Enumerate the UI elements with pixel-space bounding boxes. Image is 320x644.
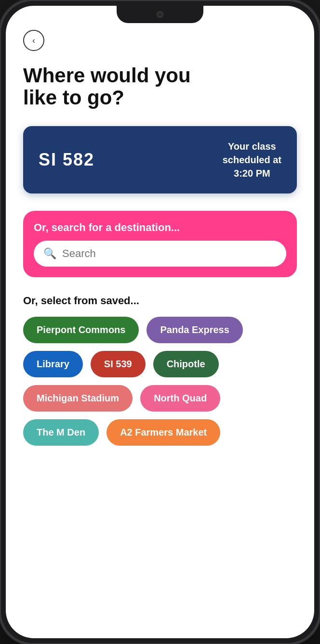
chip-panda-express[interactable]: Panda Express bbox=[147, 317, 242, 343]
chip-michigan-stadium[interactable]: Michigan Stadium bbox=[23, 385, 133, 412]
chip-the-m-den[interactable]: The M Den bbox=[23, 419, 99, 446]
chip-chipotle[interactable]: Chipotle bbox=[153, 351, 219, 377]
camera bbox=[157, 11, 163, 18]
chip-pierpont-commons[interactable]: Pierpont Commons bbox=[23, 317, 139, 343]
chip-a2-farmers-market[interactable]: A2 Farmers Market bbox=[107, 419, 220, 446]
screen-content: ‹ Where would you like to go? SI 582 You… bbox=[6, 6, 314, 638]
chip-si-539[interactable]: SI 539 bbox=[91, 351, 146, 377]
phone-screen: ‹ Where would you like to go? SI 582 You… bbox=[6, 6, 314, 638]
page-title: Where would you like to go? bbox=[23, 64, 297, 109]
search-bar[interactable]: 🔍 bbox=[34, 241, 286, 267]
saved-chips-grid: Pierpont CommonsPanda ExpressLibrarySI 5… bbox=[23, 317, 297, 446]
search-input[interactable] bbox=[62, 247, 277, 260]
back-button[interactable]: ‹ bbox=[23, 30, 44, 51]
search-icon: 🔍 bbox=[43, 247, 56, 260]
search-section: Or, search for a destination... 🔍 bbox=[23, 211, 297, 277]
back-chevron-icon: ‹ bbox=[32, 36, 35, 45]
class-info: Your classscheduled at3:20 PM bbox=[223, 140, 281, 180]
class-code: SI 582 bbox=[39, 150, 94, 170]
chip-north-quad[interactable]: North Quad bbox=[140, 385, 220, 412]
chip-library[interactable]: Library bbox=[23, 351, 83, 377]
saved-section-label: Or, select from saved... bbox=[23, 295, 297, 307]
class-card[interactable]: SI 582 Your classscheduled at3:20 PM bbox=[23, 126, 297, 193]
phone-frame: ‹ Where would you like to go? SI 582 You… bbox=[0, 0, 320, 644]
notch bbox=[117, 6, 203, 23]
search-prompt: Or, search for a destination... bbox=[34, 221, 286, 234]
